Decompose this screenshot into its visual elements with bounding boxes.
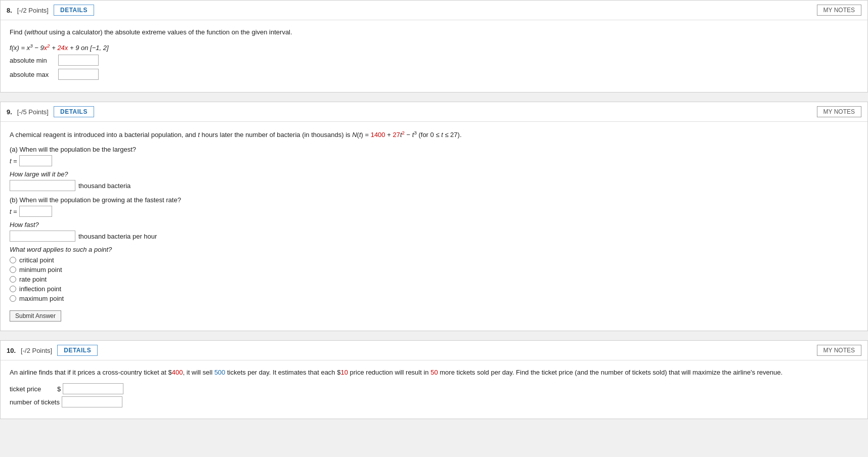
thousand-bacteria-per-hour-label: thousand bacteria per hour: [78, 233, 157, 240]
question-8-equation: f(x) = x3 − 9x2 + 24x + 9 on [−1, 2]: [10, 43, 858, 52]
t-eq-b-row: t =: [10, 206, 858, 217]
question-9: 9. [-/5 Points] DETAILS MY NOTES A chemi…: [0, 102, 868, 331]
t-eq-a-input[interactable]: [19, 155, 52, 166]
question-10-body: An airline finds that if it prices a cro…: [1, 360, 867, 419]
question-8-body: Find (without using a calculator) the ab…: [1, 20, 867, 92]
question-8-number: 8.: [7, 7, 12, 14]
question-10-details-button[interactable]: DETAILS: [57, 345, 98, 356]
thousand-bacteria-label: thousand bacteria: [78, 182, 131, 190]
question-8-points: [-/2 Points]: [17, 7, 49, 14]
how-fast-label: How fast?: [10, 221, 858, 229]
t-eq-b-label: t =: [10, 208, 17, 215]
question-10-number: 10.: [7, 347, 16, 354]
question-8-header: 8. [-/2 Points] DETAILS MY NOTES: [1, 1, 867, 20]
question-10-header: 10. [-/2 Points] DETAILS MY NOTES: [1, 341, 867, 360]
how-fast-input[interactable]: [10, 231, 75, 242]
question-9-number: 9.: [7, 108, 12, 116]
what-word-label: What word applies to such a point?: [10, 246, 858, 253]
question-8-text: Find (without using a calculator) the ab…: [10, 27, 858, 38]
question-8-details-button[interactable]: DETAILS: [54, 5, 94, 16]
question-9-my-notes-button[interactable]: MY NOTES: [817, 106, 861, 117]
radio-maximum-input[interactable]: [10, 295, 16, 302]
question-10-text: An airline finds that if it prices a cro…: [10, 368, 858, 378]
part-a-label: (a) When will the population be the larg…: [10, 146, 858, 153]
how-large-input[interactable]: [10, 180, 75, 191]
radio-group: critical point minimum point rate point …: [10, 256, 858, 302]
part-b-label: (b) When will the population be growing …: [10, 196, 858, 204]
question-9-header-left: 9. [-/5 Points] DETAILS: [7, 106, 94, 117]
radio-maximum-label: maximum point: [19, 295, 64, 302]
question-10-header-left: 10. [-/2 Points] DETAILS: [7, 345, 98, 356]
question-10-points: [-/2 Points]: [21, 347, 52, 354]
absolute-max-label: absolute max: [10, 71, 55, 78]
radio-critical-label: critical point: [19, 256, 54, 264]
t-eq-a-label: t =: [10, 157, 17, 165]
question-9-points: [-/5 Points]: [17, 108, 49, 116]
radio-minimum: minimum point: [10, 266, 858, 273]
radio-critical: critical point: [10, 256, 858, 264]
number-of-tickets-label: number of tickets: [10, 398, 60, 406]
radio-rate-input[interactable]: [10, 276, 16, 283]
number-of-tickets-row: number of tickets: [10, 396, 858, 407]
radio-critical-input[interactable]: [10, 257, 16, 263]
radio-minimum-label: minimum point: [19, 266, 62, 273]
without-italic: without: [26, 28, 47, 36]
radio-inflection-label: inflection point: [19, 285, 61, 293]
ticket-price-label: ticket price: [10, 385, 55, 393]
how-large-label: How large will it be?: [10, 170, 858, 178]
radio-maximum: maximum point: [10, 295, 858, 302]
absolute-max-input[interactable]: [58, 69, 99, 80]
ticket-price-input[interactable]: [63, 383, 123, 394]
question-9-text: A chemical reagent is introduced into a …: [10, 129, 858, 141]
how-large-row: thousand bacteria: [10, 180, 858, 191]
t-eq-b-input[interactable]: [19, 206, 52, 217]
radio-inflection: inflection point: [10, 285, 858, 293]
radio-rate: rate point: [10, 276, 858, 283]
question-8-my-notes-button[interactable]: MY NOTES: [817, 5, 861, 16]
question-8-absolute-min-row: absolute min: [10, 55, 858, 66]
submit-answer-button[interactable]: Submit Answer: [10, 310, 61, 322]
question-9-details-button[interactable]: DETAILS: [54, 106, 94, 117]
dollar-sign: $: [57, 385, 61, 393]
radio-rate-label: rate point: [19, 276, 47, 283]
question-10-my-notes-button[interactable]: MY NOTES: [817, 345, 861, 356]
absolute-min-input[interactable]: [58, 55, 99, 66]
number-of-tickets-input[interactable]: [62, 396, 122, 407]
question-10: 10. [-/2 Points] DETAILS MY NOTES An air…: [0, 340, 868, 419]
ticket-price-row: ticket price $: [10, 383, 858, 394]
question-9-body: A chemical reagent is introduced into a …: [1, 122, 867, 331]
absolute-min-label: absolute min: [10, 57, 55, 64]
question-8: 8. [-/2 Points] DETAILS MY NOTES Find (w…: [0, 0, 868, 93]
question-8-absolute-max-row: absolute max: [10, 69, 858, 80]
radio-minimum-input[interactable]: [10, 266, 16, 273]
radio-inflection-input[interactable]: [10, 286, 16, 292]
question-9-header: 9. [-/5 Points] DETAILS MY NOTES: [1, 102, 867, 122]
t-eq-a-row: t =: [10, 155, 858, 166]
how-fast-row: thousand bacteria per hour: [10, 231, 858, 242]
question-8-header-left: 8. [-/2 Points] DETAILS: [7, 5, 94, 16]
